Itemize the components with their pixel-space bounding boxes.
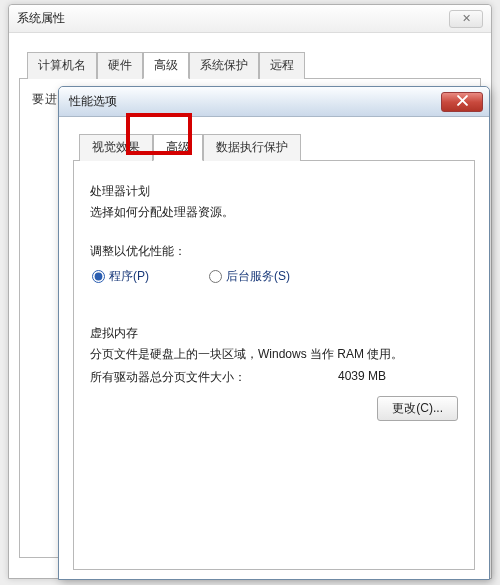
change-button[interactable]: 更改(C)...: [377, 396, 458, 421]
tab-dep[interactable]: 数据执行保护: [203, 134, 301, 161]
performance-options-window: 性能选项 视觉效果 高级 数据执行保护 处理器计划 选择如何分配处理器资源。 调…: [58, 86, 490, 580]
radio-background[interactable]: 后台服务(S): [209, 268, 290, 285]
radio-programs[interactable]: 程序(P): [92, 268, 149, 285]
processor-section-desc: 选择如何分配处理器资源。: [90, 204, 458, 221]
vm-total-value: 4039 MB: [338, 369, 458, 386]
vm-total-label: 所有驱动器总分页文件大小：: [90, 369, 338, 386]
close-icon: ✕: [462, 12, 471, 25]
close-icon: [457, 95, 468, 109]
adjust-radio-group: 程序(P) 后台服务(S): [90, 268, 458, 285]
radio-programs-label: 程序(P): [109, 268, 149, 285]
child-tab-panel: 处理器计划 选择如何分配处理器资源。 调整以优化性能： 程序(P) 后台服务(S…: [73, 160, 475, 570]
processor-section-title: 处理器计划: [90, 183, 458, 200]
performance-options-body: 视觉效果 高级 数据执行保护 处理器计划 选择如何分配处理器资源。 调整以优化性…: [59, 117, 489, 585]
child-tabstrip: 视觉效果 高级 数据执行保护: [79, 133, 475, 160]
tab-visual-effects[interactable]: 视觉效果: [79, 134, 153, 161]
tab-computer-name[interactable]: 计算机名: [27, 52, 97, 79]
tab-hardware[interactable]: 硬件: [97, 52, 143, 79]
vm-section-desc: 分页文件是硬盘上的一块区域，Windows 当作 RAM 使用。: [90, 346, 458, 363]
performance-options-titlebar: 性能选项: [59, 87, 489, 117]
close-button[interactable]: [441, 92, 483, 112]
tab-advanced[interactable]: 高级: [153, 134, 203, 161]
vm-button-row: 更改(C)...: [90, 396, 458, 421]
window-title: 系统属性: [17, 10, 449, 27]
tab-remote[interactable]: 远程: [259, 52, 305, 79]
radio-background-label: 后台服务(S): [226, 268, 290, 285]
vm-section-title: 虚拟内存: [90, 325, 458, 342]
tab-advanced[interactable]: 高级: [143, 52, 189, 79]
adjust-label: 调整以优化性能：: [90, 243, 458, 260]
dialog-title: 性能选项: [69, 93, 441, 110]
radio-programs-input[interactable]: [92, 270, 105, 283]
tab-system-protection[interactable]: 系统保护: [189, 52, 259, 79]
parent-tabstrip: 计算机名 硬件 高级 系统保护 远程: [27, 51, 481, 78]
close-button[interactable]: ✕: [449, 10, 483, 28]
vm-total-row: 所有驱动器总分页文件大小： 4039 MB: [90, 369, 458, 386]
system-properties-titlebar: 系统属性 ✕: [9, 5, 491, 33]
radio-background-input[interactable]: [209, 270, 222, 283]
